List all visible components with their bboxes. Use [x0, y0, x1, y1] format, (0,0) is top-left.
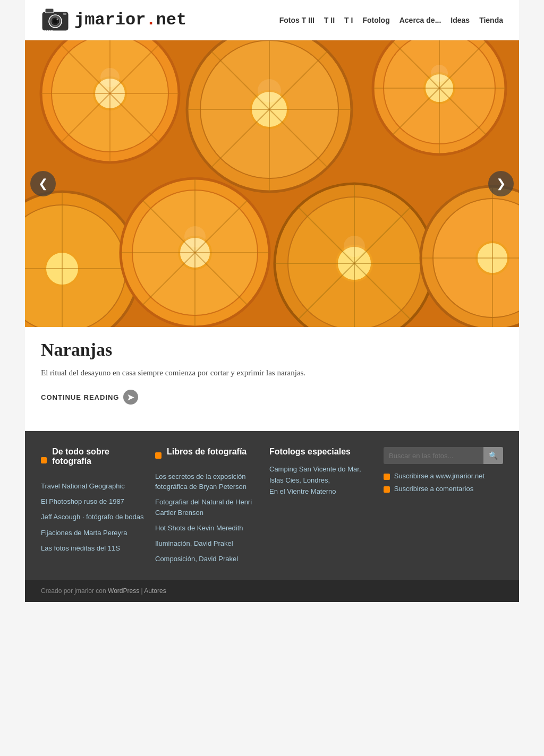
rss2-item-2[interactable]: Hot Shots de Kevin Meredith — [155, 524, 243, 532]
main-nav: Fotos T III T II T I Fotolog Acerca de..… — [202, 16, 503, 24]
svg-point-56 — [258, 79, 281, 102]
rss1-icon — [41, 457, 47, 463]
widget-rss1-title: De todo sobre fotografía — [52, 447, 144, 466]
fotologs-islas[interactable]: Islas Cies — [269, 476, 299, 484]
widget-rss1-title-link[interactable]: De todo sobre fotografía — [52, 447, 109, 466]
site-header: 0008 jmarior.net Fotos T III T II T I Fo… — [25, 0, 519, 40]
widget-fotologs: Fotologs especiales Camping San Vicente … — [269, 447, 373, 569]
rss1-item-0[interactable]: Travel National Geographic — [41, 482, 125, 490]
nav-tienda[interactable]: Tienda — [479, 16, 503, 24]
subscribe-site-label: Suscribirse a www.jmarior.net — [394, 472, 485, 480]
prev-arrow-icon: ❮ — [38, 177, 48, 191]
rss2-item-0[interactable]: Los secretos de la exposición fotográfic… — [155, 472, 246, 491]
subscribe-comments-label: Suscribirse a comentarios — [394, 485, 474, 493]
subscribe-comments-rss-icon — [384, 486, 390, 493]
nav-t-ii[interactable]: T II — [324, 16, 335, 24]
svg-rect-7 — [63, 13, 66, 15]
nav-ideas[interactable]: Ideas — [450, 16, 470, 24]
rss1-item-3[interactable]: Fijaciones de Marta Pereyra — [41, 529, 128, 537]
continue-reading-arrow-icon: ➤ — [123, 390, 138, 405]
fotologs-camping[interactable]: Camping San Vicente do Mar — [269, 465, 359, 473]
next-arrow-icon: ❯ — [496, 177, 506, 191]
svg-point-5 — [53, 19, 57, 23]
subscribe-links: Suscribirse a www.jmarior.net Suscribirs… — [384, 471, 503, 494]
logo-dot: . — [146, 10, 156, 30]
widget-rss2-title: Libros de fotografía — [167, 447, 246, 457]
slider-prev-button[interactable]: ❮ — [30, 171, 56, 196]
svg-rect-2 — [45, 8, 54, 13]
footer-credit-text: Creado por jmarior con — [41, 587, 106, 595]
list-item: Fotografiar del Natural de Henri Cartier… — [155, 497, 259, 517]
search-input[interactable] — [384, 448, 483, 464]
site-logo[interactable]: 0008 jmarior.net — [41, 5, 186, 35]
list-item: Travel National Geographic — [41, 481, 144, 491]
post-excerpt: El ritual del desayuno en casa siempre c… — [41, 366, 503, 379]
logo-before-dot: jmarior — [74, 10, 146, 30]
subscribe-site-link[interactable]: Suscribirse a www.jmarior.net — [384, 471, 503, 481]
svg-text:0008: 0008 — [44, 30, 53, 34]
list-item: Jeff Ascough · fotógrafo de bodas — [41, 512, 144, 522]
widget-rss2-title-link[interactable]: Libros de fotografía — [167, 447, 246, 456]
footer-wordpress-link[interactable]: WordPress — [108, 587, 139, 595]
svg-point-6 — [57, 19, 58, 20]
slider-next-button[interactable]: ❯ — [488, 171, 514, 196]
post-section: Naranjas El ritual del desayuno en casa … — [25, 327, 519, 420]
rss2-item-4[interactable]: Composición, David Prakel — [155, 555, 238, 563]
svg-point-59 — [344, 236, 365, 257]
subscribe-rss-icon — [384, 474, 390, 480]
nav-acerca-de[interactable]: Acerca de... — [400, 16, 441, 24]
nav-fotos-t-iii[interactable]: Fotos T III — [279, 16, 314, 24]
continue-reading-link[interactable]: CONTINUE READING ➤ — [41, 390, 138, 405]
list-item: Hot Shots de Kevin Meredith — [155, 523, 259, 533]
widget-search-subscribe: 🔍 Suscribirse a www.jmarior.net Suscribi… — [384, 447, 503, 569]
widget-rss1: De todo sobre fotografía Travel National… — [41, 447, 144, 569]
list-item: Las fotos inéditas del 11S — [41, 543, 144, 553]
svg-point-57 — [431, 65, 448, 82]
footer-separator: | — [141, 587, 143, 595]
post-title: Naranjas — [41, 340, 503, 360]
continue-reading-label: CONTINUE READING — [41, 393, 119, 401]
logo-after-dot: net — [156, 10, 187, 30]
svg-point-58 — [184, 226, 206, 247]
search-button[interactable]: 🔍 — [483, 447, 503, 464]
camera-icon: 0008 — [41, 5, 70, 35]
widget-fotologs-title: Fotologs especiales — [269, 447, 351, 456]
widget-rss2: Libros de fotografía Los secretos de la … — [155, 447, 259, 569]
svg-point-55 — [100, 68, 120, 87]
subscribe-comments-link[interactable]: Suscribirse a comentarios — [384, 484, 503, 494]
nav-t-i[interactable]: T I — [344, 16, 353, 24]
list-item: Iluminación, David Prakel — [155, 538, 259, 548]
list-item: Fijaciones de Marta Pereyra — [41, 528, 144, 538]
fotologs-vientre[interactable]: En el Vientre Materno — [269, 487, 336, 495]
nav-fotolog[interactable]: Fotolog — [362, 16, 389, 24]
footer-widgets: De todo sobre fotografía Travel National… — [25, 431, 519, 580]
rss2-item-3[interactable]: Iluminación, David Prakel — [155, 539, 233, 547]
image-slider: ❮ ❯ — [25, 40, 519, 327]
rss1-item-2[interactable]: Jeff Ascough · fotógrafo de bodas — [41, 513, 143, 521]
rss2-icon — [155, 452, 162, 459]
widget-rss2-list: Los secretos de la exposición fotográfic… — [155, 471, 259, 564]
search-icon: 🔍 — [489, 451, 498, 460]
fotologs-list: Camping San Vicente do Mar, Islas Cies, … — [269, 464, 373, 497]
rss1-item-4[interactable]: Las fotos inéditas del 11S — [41, 544, 120, 552]
widget-rss1-list: Travel National Geographic El Photoshop … — [41, 481, 144, 553]
list-item: El Photoshop ruso de 1987 — [41, 496, 144, 506]
search-bar: 🔍 — [384, 447, 503, 464]
list-item: Los secretos de la exposición fotográfic… — [155, 471, 259, 492]
fotologs-londres[interactable]: Londres — [303, 476, 328, 484]
orange-illustration — [25, 40, 519, 327]
footer-authors-link[interactable]: Autores — [144, 587, 166, 595]
rss2-item-1[interactable]: Fotografiar del Natural de Henri Cartier… — [155, 498, 252, 516]
list-item: Composición, David Prakel — [155, 554, 259, 564]
slider-image — [25, 40, 519, 327]
rss1-item-1[interactable]: El Photoshop ruso de 1987 — [41, 497, 124, 505]
footer-bottom: Creado por jmarior con WordPress | Autor… — [25, 580, 519, 602]
logo-text: jmarior.net — [74, 10, 186, 30]
